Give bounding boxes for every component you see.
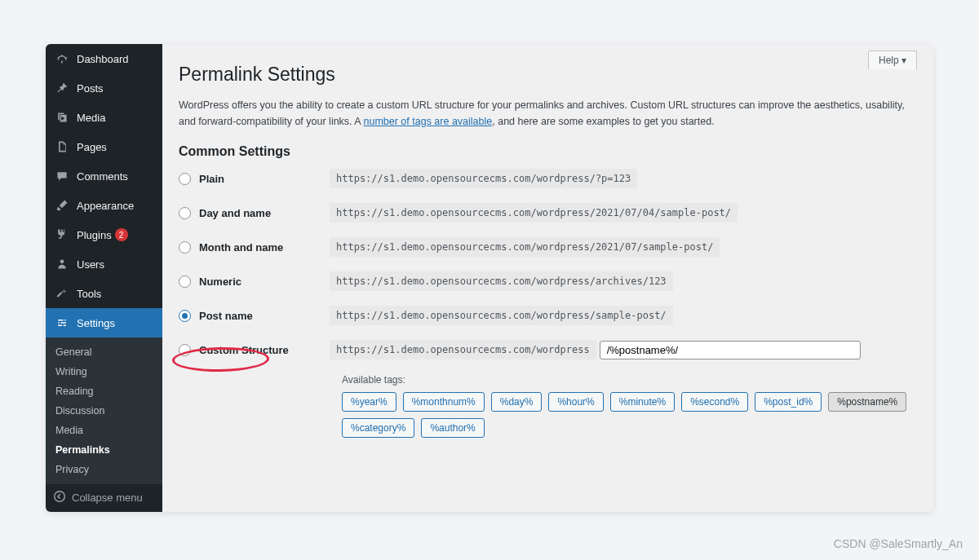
sidebar-item-settings[interactable]: Settings (46, 308, 162, 337)
radio-monthname[interactable] (179, 241, 191, 254)
available-tags: %year%%monthnum%%day%%hour%%minute%%seco… (342, 392, 917, 438)
watermark: CSDN @SaleSmartly_An (834, 537, 963, 550)
svg-point-0 (60, 259, 64, 263)
collapse-menu-button[interactable]: Collapse menu (46, 484, 162, 511)
submenu-privacy[interactable]: Privacy (46, 460, 162, 479)
sidebar-item-label: Posts (77, 82, 104, 95)
sidebar-item-plugins[interactable]: Plugins2 (46, 220, 162, 249)
option-dayname[interactable]: Day and name https://s1.demo.opensourcec… (179, 203, 917, 223)
plug-icon (54, 227, 70, 243)
option-url: https://s1.demo.opensourcecms.com/wordpr… (330, 203, 738, 223)
sidebar-item-label: Tools (77, 288, 101, 300)
tag-button[interactable]: %day% (491, 392, 543, 412)
option-label: Post name (199, 310, 330, 322)
option-postname[interactable]: Post name https://s1.demo.opensourcecms.… (179, 306, 917, 325)
option-custom[interactable]: Custom Structure https://s1.demo.opensou… (179, 340, 917, 359)
tags-link[interactable]: number of tags are available (364, 116, 493, 127)
sidebar-item-pages[interactable]: Pages (46, 132, 162, 161)
radio-numeric[interactable] (179, 276, 191, 288)
tag-button[interactable]: %category% (342, 418, 414, 438)
page-title: Permalink Settings (179, 64, 917, 86)
option-label: Month and name (199, 241, 330, 254)
radio-custom[interactable] (179, 344, 191, 356)
custom-structure-input[interactable] (600, 341, 861, 359)
settings-submenu: GeneralWritingReadingDiscussionMediaPerm… (46, 337, 162, 484)
sidebar-item-tools[interactable]: Tools (46, 279, 162, 308)
sidebar-item-users[interactable]: Users (46, 249, 162, 279)
collapse-label: Collapse menu (72, 492, 143, 504)
option-numeric[interactable]: Numeric https://s1.demo.opensourcecms.co… (179, 271, 917, 291)
radio-plain[interactable] (179, 173, 191, 185)
svg-point-1 (55, 492, 65, 502)
collapse-icon (54, 491, 65, 505)
section-heading: Common Settings (179, 144, 917, 159)
admin-sidebar: DashboardPostsMediaPagesCommentsAppearan… (46, 44, 162, 512)
sidebar-item-label: Settings (77, 317, 115, 329)
sidebar-item-label: Users (77, 258, 104, 271)
dashboard-icon (54, 51, 70, 67)
help-tab[interactable]: Help ▾ (868, 51, 917, 69)
option-url: https://s1.demo.opensourcecms.com/wordpr… (330, 306, 673, 325)
option-url: https://s1.demo.opensourcecms.com/wordpr… (330, 169, 637, 188)
sidebar-item-label: Pages (77, 141, 107, 153)
wrench-icon (54, 285, 70, 302)
media-icon (54, 109, 70, 126)
submenu-writing[interactable]: Writing (46, 362, 162, 381)
option-label: Custom Structure (199, 344, 330, 356)
intro-text: WordPress offers you the ability to crea… (179, 97, 917, 130)
sidebar-item-label: Media (77, 112, 105, 124)
tag-button[interactable]: %author% (421, 418, 484, 438)
option-label: Day and name (199, 207, 330, 219)
tag-button[interactable]: %monthnum% (403, 392, 485, 412)
submenu-discussion[interactable]: Discussion (46, 401, 162, 421)
radio-postname[interactable] (179, 310, 191, 322)
option-url: https://s1.demo.opensourcecms.com/wordpr… (330, 237, 720, 257)
tags-label: Available tags: (342, 374, 917, 386)
tag-button[interactable]: %hour% (548, 392, 603, 412)
pages-icon (54, 139, 70, 155)
submenu-reading[interactable]: Reading (46, 381, 162, 401)
option-label: Numeric (199, 276, 330, 288)
tag-button[interactable]: %minute% (610, 392, 675, 412)
user-icon (54, 256, 70, 272)
sliders-icon (54, 315, 70, 331)
option-monthname[interactable]: Month and name https://s1.demo.opensourc… (179, 237, 917, 257)
radio-dayname[interactable] (179, 207, 191, 219)
submenu-permalinks[interactable]: Permalinks (46, 440, 162, 460)
option-plain[interactable]: Plain https://s1.demo.opensourcecms.com/… (179, 169, 917, 188)
sidebar-item-dashboard[interactable]: Dashboard (46, 44, 162, 73)
sidebar-item-media[interactable]: Media (46, 103, 162, 132)
brush-icon (54, 197, 70, 214)
tag-button[interactable]: %year% (342, 392, 396, 412)
submenu-media[interactable]: Media (46, 421, 162, 440)
sidebar-item-comments[interactable]: Comments (46, 161, 162, 191)
update-badge: 2 (115, 228, 128, 241)
sidebar-item-posts[interactable]: Posts (46, 73, 162, 103)
custom-base: https://s1.demo.opensourcecms.com/wordpr… (330, 340, 596, 359)
option-label: Plain (199, 173, 330, 185)
sidebar-item-appearance[interactable]: Appearance (46, 191, 162, 220)
tag-button[interactable]: %postname% (828, 392, 906, 412)
sidebar-item-label: Appearance (77, 200, 134, 212)
tag-button[interactable]: %post_id% (755, 392, 822, 412)
comment-icon (54, 168, 70, 184)
sidebar-item-label: Dashboard (77, 53, 129, 65)
option-url: https://s1.demo.opensourcecms.com/wordpr… (330, 271, 673, 291)
pin-icon (54, 80, 70, 96)
sidebar-item-label: Plugins (77, 229, 112, 241)
tag-button[interactable]: %second% (681, 392, 748, 412)
main-content: Help ▾ Permalink Settings WordPress offe… (162, 44, 933, 512)
submenu-general[interactable]: General (46, 342, 162, 362)
sidebar-item-label: Comments (77, 170, 128, 183)
